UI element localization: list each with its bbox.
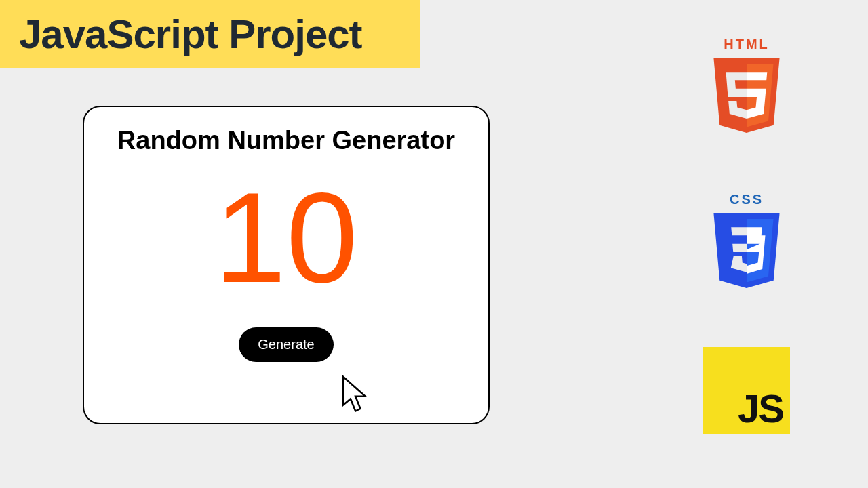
- html5-shield-icon: [709, 54, 784, 138]
- css3-shield-icon: [709, 209, 784, 293]
- card-title: Random Number Generator: [117, 126, 455, 155]
- random-number-display: 10: [214, 173, 357, 302]
- generator-card: Random Number Generator 10 Generate: [83, 106, 490, 424]
- css3-logo: CSS: [709, 192, 784, 293]
- js-label: JS: [738, 386, 783, 431]
- page-title: JavaScript Project: [19, 11, 362, 58]
- tech-logos: HTML CSS JS: [696, 37, 797, 434]
- html5-logo: HTML: [709, 37, 784, 138]
- page-header: JavaScript Project: [0, 0, 420, 68]
- css3-label: CSS: [730, 192, 764, 207]
- html5-label: HTML: [724, 37, 770, 52]
- js-logo: JS: [703, 347, 790, 434]
- generate-button[interactable]: Generate: [239, 327, 333, 362]
